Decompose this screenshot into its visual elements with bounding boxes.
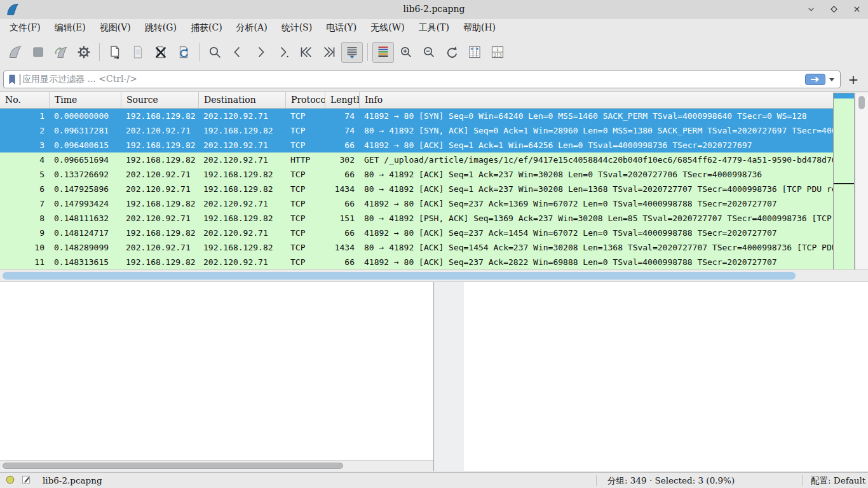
cell-no: 8 xyxy=(0,214,49,223)
packet-row[interactable]: 90.148124717192.168.129.82202.120.92.71T… xyxy=(0,226,833,240)
packet-row[interactable]: 30.096400615192.168.129.82202.120.92.71T… xyxy=(0,138,833,152)
cell-time: 0.148124717 xyxy=(49,228,121,238)
go-back-button[interactable] xyxy=(227,42,248,63)
menu-item[interactable]: 电话(Y) xyxy=(319,20,363,36)
packet-row[interactable]: 70.147993424192.168.129.82202.120.92.71T… xyxy=(0,196,833,211)
zoom-out-button[interactable] xyxy=(418,42,440,63)
go-forward-button[interactable] xyxy=(250,42,271,63)
expert-info-icon[interactable] xyxy=(5,475,15,487)
packet-list-horizontal-scrollbar[interactable] xyxy=(0,269,868,281)
text-cursor xyxy=(20,74,20,85)
profile-selector[interactable]: 配置: Default xyxy=(811,475,865,487)
filter-bookmark-icon[interactable] xyxy=(6,73,18,86)
find-packet-button[interactable] xyxy=(204,42,226,63)
packet-list-vertical-scrollbar[interactable] xyxy=(856,93,868,271)
column-header-destination[interactable]: Destination xyxy=(198,92,285,108)
statusbar-filename: lib6-2.pcapng xyxy=(37,475,102,485)
cell-source: 202.120.92.71 xyxy=(121,170,198,179)
column-header-length[interactable]: Length xyxy=(325,92,359,108)
menu-item[interactable]: 编辑(E) xyxy=(48,20,93,36)
column-header-source[interactable]: Source xyxy=(121,92,198,108)
menu-item[interactable]: 工具(T) xyxy=(412,20,456,36)
zoom-reset-button[interactable] xyxy=(441,42,463,63)
zoom-in-button[interactable] xyxy=(395,42,417,63)
cell-info: 80 → 41892 [SYN, ACK] Seq=0 Ack=1 Win=28… xyxy=(359,126,833,135)
filter-placeholder: 应用显示过滤器 ... <Ctrl-/> xyxy=(22,74,137,85)
cell-destination: 202.120.92.71 xyxy=(198,111,285,121)
open-file-button[interactable] xyxy=(104,42,126,63)
colorize-button[interactable] xyxy=(372,42,394,63)
column-header-time[interactable]: Time xyxy=(49,92,121,108)
cell-length: 1434 xyxy=(325,184,359,194)
menu-item[interactable]: 分析(A) xyxy=(229,20,275,36)
cell-no: 10 xyxy=(0,243,49,252)
column-header-info[interactable]: Info xyxy=(359,92,833,108)
apply-filter-button[interactable] xyxy=(805,74,825,85)
cell-destination: 192.168.129.82 xyxy=(198,126,285,135)
cell-protocol: TCP xyxy=(285,111,325,121)
display-filter-input[interactable]: 应用显示过滤器 ... <Ctrl-/> xyxy=(3,71,841,88)
minimize-button[interactable] xyxy=(806,4,816,14)
capture-options-button[interactable] xyxy=(73,42,95,63)
vertical-scrollbar-handle[interactable] xyxy=(858,96,865,109)
packet-row[interactable]: 60.147925896202.120.92.71192.168.129.82T… xyxy=(0,182,833,196)
packet-row[interactable]: 110.148313615192.168.129.82202.120.92.71… xyxy=(0,255,833,269)
packet-details-pane[interactable] xyxy=(0,281,434,471)
go-first-button[interactable] xyxy=(295,42,317,63)
details-pane-scrollbar-handle[interactable] xyxy=(3,463,343,469)
menubar: 文件(F)编辑(E)视图(V)跳转(G)捕获(C)分析(A)统计(S)电话(Y)… xyxy=(0,19,868,37)
packet-row[interactable]: 20.096317281202.120.92.71192.168.129.82T… xyxy=(0,123,833,138)
cell-length: 74 xyxy=(325,126,359,135)
cell-time: 0.148313615 xyxy=(49,257,121,267)
menu-item[interactable]: 帮助(H) xyxy=(456,20,503,36)
cell-time: 0.148289099 xyxy=(49,243,121,252)
toolbar-separator xyxy=(99,43,100,61)
go-last-button[interactable] xyxy=(318,42,340,63)
resize-columns-button[interactable] xyxy=(464,42,485,63)
cell-protocol: TCP xyxy=(285,214,325,223)
cell-destination: 192.168.129.82 xyxy=(198,214,285,223)
menu-item[interactable]: 跳转(G) xyxy=(138,20,184,36)
cell-source: 192.168.129.82 xyxy=(121,140,198,150)
auto-scroll-icon xyxy=(344,44,360,60)
cell-destination: 192.168.129.82 xyxy=(198,243,285,252)
packet-row[interactable]: 100.148289099202.120.92.71192.168.129.82… xyxy=(0,240,833,255)
packet-row[interactable]: 40.096651694192.168.129.82202.120.92.71H… xyxy=(0,152,833,167)
cell-source: 192.168.129.82 xyxy=(121,199,198,208)
packet-row[interactable]: 10.000000000192.168.129.82202.120.92.71T… xyxy=(0,109,833,123)
save-file-button xyxy=(127,42,149,63)
auto-scroll-button[interactable] xyxy=(341,42,363,63)
filter-dropdown-chevron-icon[interactable] xyxy=(829,78,834,81)
menu-item[interactable]: 统计(S) xyxy=(275,20,320,36)
toolbar-separator xyxy=(367,43,368,61)
packet-row[interactable]: 80.148111632202.120.92.71192.168.129.82T… xyxy=(0,211,833,226)
packet-bytes-pane[interactable] xyxy=(464,281,868,471)
details-pane-scrollbar[interactable] xyxy=(0,460,433,471)
close-file-button[interactable] xyxy=(150,42,172,63)
packet-row[interactable]: 50.133726692202.120.92.71192.168.129.82T… xyxy=(0,167,833,182)
horizontal-scrollbar-handle[interactable] xyxy=(3,272,796,280)
menu-item[interactable]: 文件(F) xyxy=(3,20,48,36)
layout-panes-button[interactable]: 123 xyxy=(487,42,508,63)
cell-info: 80 → 41892 [PSH, ACK] Seq=1369 Ack=237 W… xyxy=(359,214,833,223)
column-header-no[interactable]: No. xyxy=(0,92,49,108)
cell-time: 0.147925896 xyxy=(49,184,121,194)
capture-comment-icon[interactable] xyxy=(21,474,32,487)
cell-no: 5 xyxy=(0,170,49,179)
zoom-in-icon xyxy=(398,44,414,60)
reload-file-button[interactable] xyxy=(173,42,194,63)
column-header-protocol[interactable]: Protocol xyxy=(285,92,325,108)
intelligent-scrollbar-minimap[interactable] xyxy=(833,93,855,271)
close-button[interactable] xyxy=(851,4,862,14)
add-filter-button[interactable]: + xyxy=(845,71,862,88)
cell-info: GET /_upload/article/images/1c/ef/9417e1… xyxy=(359,155,833,165)
open-file-icon xyxy=(107,44,123,60)
pane-splitter[interactable] xyxy=(435,281,464,471)
menu-item[interactable]: 捕获(C) xyxy=(184,20,229,36)
go-to-packet-button[interactable] xyxy=(273,42,294,63)
packet-list-header: No.TimeSourceDestinationProtocolLengthIn… xyxy=(0,92,833,109)
menu-item[interactable]: 视图(V) xyxy=(93,20,138,36)
cell-no: 9 xyxy=(0,228,49,238)
menu-item[interactable]: 无线(W) xyxy=(363,20,411,36)
maximize-button[interactable] xyxy=(829,4,839,14)
